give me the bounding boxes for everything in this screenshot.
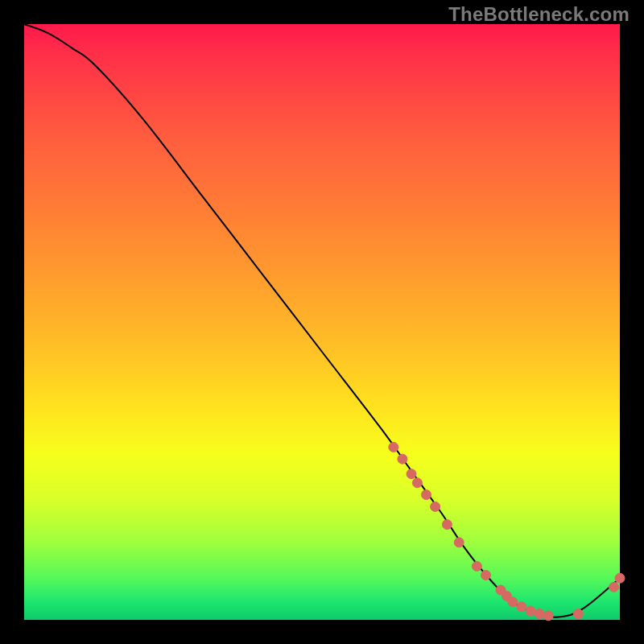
data-marker: [481, 571, 491, 580]
marker-group: [389, 442, 625, 620]
data-marker: [454, 538, 464, 547]
data-marker: [517, 602, 526, 612]
watermark-text: TheBottleneck.com: [448, 3, 630, 26]
data-marker: [615, 573, 625, 583]
data-marker: [508, 597, 518, 607]
data-marker: [573, 609, 583, 619]
data-marker: [389, 442, 398, 452]
bottleneck-curve: [24, 24, 620, 617]
data-marker: [431, 502, 440, 511]
chart-frame: TheBottleneck.com: [0, 0, 644, 644]
data-marker: [535, 609, 544, 619]
data-marker: [543, 611, 553, 621]
plot-area: [24, 24, 620, 620]
curve-svg: [24, 24, 620, 620]
data-marker: [412, 478, 422, 488]
data-marker: [398, 454, 407, 464]
data-marker: [472, 561, 481, 571]
data-marker: [526, 606, 535, 616]
data-marker: [609, 582, 619, 592]
data-marker: [407, 469, 416, 479]
data-marker: [442, 520, 452, 530]
data-marker: [422, 490, 431, 500]
